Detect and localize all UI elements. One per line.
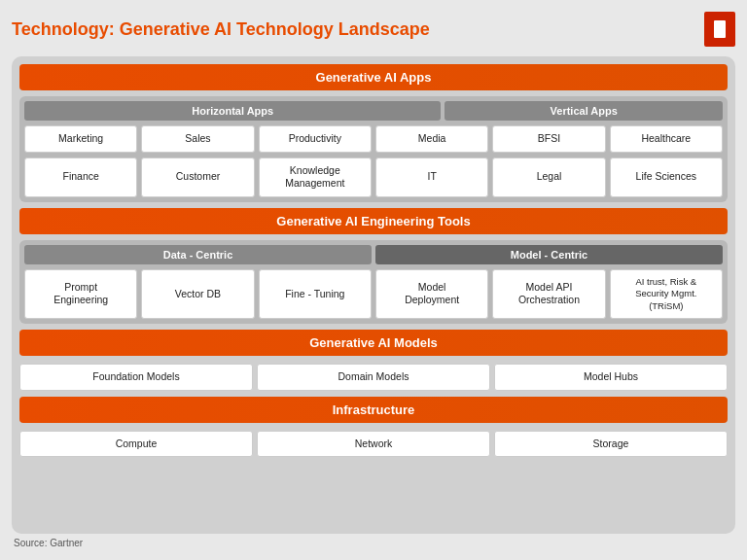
apps-section: Horizontal Apps Vertical Apps Marketing … [19, 96, 728, 202]
apps-header: Generative AI Apps [19, 64, 728, 90]
model-centric-header: Model - Centric [375, 245, 723, 264]
page-wrapper: Technology: Generative AI Technology Lan… [0, 0, 747, 560]
box-foundation-models: Foundation Models [19, 364, 253, 391]
box-knowledge-mgmt: KnowledgeManagement [259, 158, 372, 197]
logo-inner [714, 20, 726, 38]
box-model-hubs: Model Hubs [494, 364, 728, 391]
box-ai-trust: AI trust, Risk &Security Mgmt.(TRiSM) [610, 269, 723, 319]
models-row: Foundation Models Domain Models Model Hu… [19, 364, 728, 391]
box-model-deployment: ModelDeployment [375, 269, 488, 319]
data-centric-header: Data - Centric [24, 245, 372, 264]
page-title: Technology: Generative AI Technology Lan… [12, 19, 430, 40]
title-bar: Technology: Generative AI Technology Lan… [12, 12, 735, 47]
models-header: Generative AI Models [19, 330, 728, 356]
title-main: Generative AI Technology Landscape [120, 19, 430, 39]
apps-subheader-row: Horizontal Apps Vertical Apps [24, 101, 723, 121]
box-fine-tuning: Fine - Tuning [259, 269, 372, 319]
box-model-api-orchestration: Model APIOrchestration [492, 269, 605, 319]
box-network: Network [257, 431, 490, 458]
box-legal: Legal [492, 158, 605, 197]
box-sales: Sales [141, 125, 254, 153]
infrastructure-header: Infrastructure [19, 397, 728, 423]
apps-row1: Marketing Sales Productivity Media BFSI … [24, 125, 723, 153]
box-storage: Storage [494, 431, 728, 458]
engineering-section: Data - Centric Model - Centric PromptEng… [19, 240, 728, 324]
box-media: Media [375, 125, 488, 153]
engineering-subheader-row: Data - Centric Model - Centric [24, 245, 723, 264]
apps-row2: Finance Customer KnowledgeManagement IT … [24, 158, 723, 197]
box-prompt-engineering: PromptEngineering [24, 269, 137, 319]
box-bfsi: BFSI [492, 125, 605, 153]
vertical-apps-header: Vertical Apps [445, 101, 723, 121]
title-prefix: Technology: [12, 19, 120, 39]
infrastructure-row: Compute Network Storage [19, 431, 728, 458]
box-compute: Compute [19, 431, 253, 458]
engineering-row: PromptEngineering Vector DB Fine - Tunin… [24, 269, 723, 319]
box-vector-db: Vector DB [141, 269, 254, 319]
source-citation: Source: Gartner [12, 538, 735, 548]
logo-icon [704, 12, 735, 47]
box-productivity: Productivity [259, 125, 372, 153]
box-life-sciences: Life Sciences [610, 158, 723, 197]
box-customer: Customer [141, 158, 254, 197]
box-healthcare: Healthcare [610, 125, 723, 153]
horizontal-apps-header: Horizontal Apps [24, 101, 441, 121]
main-card: Generative AI Apps Horizontal Apps Verti… [12, 56, 735, 534]
box-it: IT [375, 158, 488, 197]
engineering-header: Generative AI Engineering Tools [19, 208, 728, 234]
box-marketing: Marketing [24, 125, 137, 153]
box-finance: Finance [24, 158, 137, 197]
box-domain-models: Domain Models [257, 364, 490, 391]
